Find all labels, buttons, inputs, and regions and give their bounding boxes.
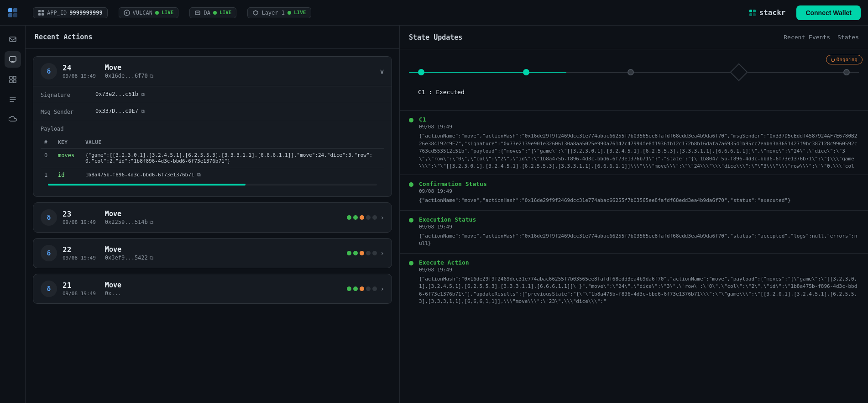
- arrow-22-icon[interactable]: ›: [381, 249, 384, 257]
- layer1-status-dot: [288, 11, 291, 15]
- payload-value-1: 1b8a475b-f896-4d3c-bbd6-6f73e1376b71 ⧉: [82, 168, 384, 182]
- sidebar-icon-mail[interactable]: [5, 31, 21, 48]
- dot-21-3: [366, 286, 371, 291]
- svg-rect-18: [13, 76, 16, 79]
- action-hash-23: 0x2259...514b ⧉: [105, 219, 347, 225]
- vulcan-badge: VULCAN LIVE: [119, 7, 179, 18]
- status-dots-21: [347, 286, 377, 291]
- action-meta-24: 24 09/08 19:49: [63, 64, 96, 79]
- timeline-node-3: [627, 69, 634, 75]
- da-badge: DA LIVE: [189, 7, 236, 18]
- right-panel-header: State Updates Recent Events States: [400, 26, 868, 49]
- main-layout: Recent Actions δ 24 09/08 19:49 Move 0x: [0, 26, 868, 403]
- state-name-execute-action: Execute Action: [419, 259, 859, 266]
- svg-rect-3: [13, 13, 17, 17]
- svg-rect-7: [42, 13, 44, 16]
- sidebar-icon-list[interactable]: [5, 91, 21, 108]
- action-card-22: δ 22 09/08 19:49 Move 0x3ef9...5422 ⧉: [33, 238, 392, 268]
- layer1-badge: Layer 1 LIVE: [247, 7, 311, 18]
- svg-rect-0: [8, 8, 12, 12]
- state-time-execution: 09/08 19:49: [419, 224, 859, 230]
- action-info-24: Move 0x16de...6f70 ⧉: [105, 64, 380, 79]
- state-name-confirmation: Confirmation Status: [419, 180, 859, 187]
- content-area: Recent Actions δ 24 09/08 19:49 Move 0x: [26, 26, 868, 403]
- right-panel-tabs: Recent Events States: [784, 33, 859, 42]
- payload-key-1: id: [54, 168, 82, 182]
- sidebar: [0, 26, 26, 403]
- state-json-c1: {"actionName":"move","actionHash":"0x16d…: [419, 133, 859, 169]
- state-content-execute-action: Execute Action 09/08 19:49 {"actionHash"…: [419, 259, 859, 306]
- arrow-21-icon[interactable]: ›: [381, 285, 384, 292]
- actions-list: δ 24 09/08 19:49 Move 0x16de...6f70 ⧉: [26, 49, 399, 403]
- payload-scrollbar-thumb: [48, 184, 246, 186]
- action-card-21: δ 21 09/08 19:49 Move 0x...: [33, 274, 392, 304]
- action-card-24: δ 24 09/08 19:49 Move 0x16de...6f70 ⧉: [33, 56, 392, 197]
- state-json-execution: {"actionName":"move","actionHash":"0x16d…: [419, 233, 859, 248]
- dot-21-4: [372, 286, 377, 291]
- action-num-23: 23: [63, 210, 96, 218]
- recent-actions-title: Recent Actions: [26, 26, 399, 49]
- action-meta-21: 21 09/08 19:49: [63, 281, 96, 297]
- action-hash-21: 0x...: [105, 290, 347, 297]
- action-num-21: 21: [63, 281, 96, 290]
- dot-21-1: [353, 286, 358, 291]
- top-nav: APP_ID 9999999999 VULCAN LIVE DA LIVE La…: [0, 0, 868, 26]
- copy-hash-24-icon[interactable]: ⧉: [150, 73, 153, 79]
- action-hash-22: 0x3ef9...5422 ⧉: [105, 255, 347, 261]
- state-updates-title: State Updates: [409, 33, 784, 42]
- arrow-23-icon[interactable]: ›: [381, 214, 384, 221]
- copy-sig-icon[interactable]: ⧉: [141, 91, 145, 97]
- copy-id-icon[interactable]: ⧉: [197, 172, 201, 178]
- action-card-23-header[interactable]: δ 23 09/08 19:49 Move 0x2259...514b ⧉: [33, 203, 392, 232]
- tab-states[interactable]: States: [837, 33, 859, 42]
- action-icon-23: δ: [41, 209, 57, 226]
- state-content-confirmation: Confirmation Status 09/08 19:49 {"action…: [419, 180, 859, 205]
- status-dots-22: [347, 251, 377, 255]
- action-type-24: Move: [105, 64, 380, 72]
- dot-22-4: [372, 251, 377, 255]
- copy-sender-icon[interactable]: ⧉: [141, 108, 145, 114]
- sidebar-icon-grid[interactable]: [5, 71, 21, 88]
- sidebar-icon-cloud[interactable]: [5, 111, 21, 128]
- action-card-24-body: Signature 0x73e2...c51b ⧉ Msg Sender 0x3…: [33, 86, 392, 196]
- payload-index-1: 1: [41, 168, 54, 182]
- state-dot-execute-action: [409, 261, 413, 265]
- action-meta-22: 22 09/08 19:49: [63, 245, 96, 261]
- svg-rect-19: [10, 80, 12, 83]
- col-value: VALUE: [82, 137, 384, 148]
- app-id-badge: APP_ID 9999999999: [33, 7, 108, 18]
- action-time-22: 09/08 19:49: [63, 255, 96, 261]
- action-card-21-header[interactable]: δ 21 09/08 19:49 Move 0x...: [33, 274, 392, 303]
- copy-hash-23-icon[interactable]: ⧉: [150, 219, 153, 225]
- action-card-24-header[interactable]: δ 24 09/08 19:49 Move 0x16de...6f70 ⧉: [33, 57, 392, 86]
- sidebar-icon-monitor[interactable]: [5, 51, 21, 68]
- col-key: KEY: [54, 137, 82, 148]
- timeline-track: [409, 58, 859, 86]
- action-type-22: Move: [105, 245, 347, 254]
- payload-row-1: 1 id 1b8a475b-f896-4d3c-bbd6-6f73e1376b7…: [41, 168, 384, 182]
- action-info-21: Move 0x...: [105, 281, 347, 297]
- action-card-22-header[interactable]: δ 22 09/08 19:49 Move 0x3ef9...5422 ⧉: [33, 239, 392, 268]
- layer1-status: LIVE: [294, 10, 306, 16]
- chevron-24-icon[interactable]: ∨: [380, 67, 384, 76]
- dot-21-2: [360, 286, 364, 291]
- vulcan-status-dot: [155, 11, 159, 15]
- copy-hash-22-icon[interactable]: ⧉: [150, 255, 153, 261]
- timeline-nodes: [409, 66, 859, 79]
- payload-key-0: moves: [54, 148, 82, 168]
- logo: [7, 7, 18, 18]
- action-type-23: Move: [105, 210, 347, 218]
- payload-table: # KEY VALUE 0 moves {"game":: [41, 137, 384, 182]
- state-item-execution: Execution Status 09/08 19:49 {"actionNam…: [400, 211, 868, 254]
- dot-23-0: [347, 215, 351, 220]
- connect-wallet-button[interactable]: Connect Wallet: [796, 5, 861, 20]
- tab-recent-events[interactable]: Recent Events: [784, 33, 830, 42]
- state-item-confirmation: Confirmation Status 09/08 19:49 {"action…: [400, 175, 868, 211]
- timeline-node-5: [843, 69, 850, 75]
- action-card-23: δ 23 09/08 19:49 Move 0x2259...514b ⧉: [33, 202, 392, 233]
- svg-rect-20: [13, 80, 16, 83]
- timeline-diamond: [732, 66, 745, 79]
- payload-value-0: {"game":[[3,2,3,0,1],[3,2,4,5,1],[6,2,5,…: [82, 148, 384, 168]
- state-name-c1: C1: [419, 116, 859, 123]
- right-panel-body: Ongoing: [400, 49, 868, 403]
